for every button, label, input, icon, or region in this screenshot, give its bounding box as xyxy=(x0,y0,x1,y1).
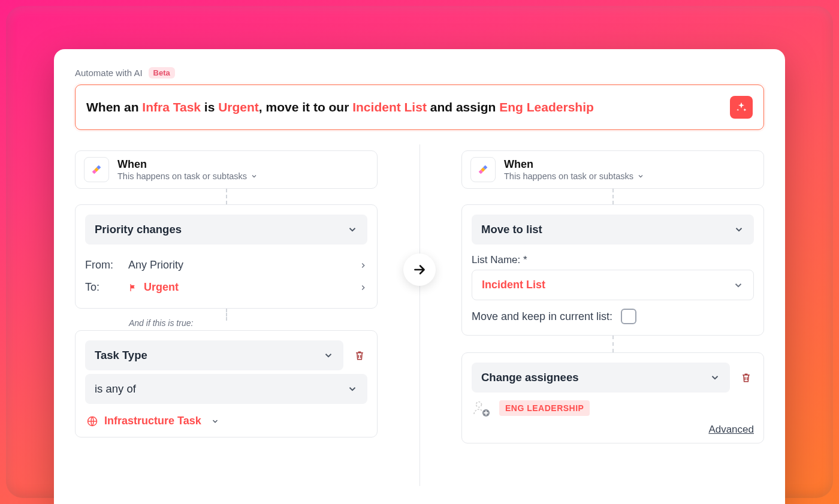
change-assignees-card: Change assignees xyxy=(461,352,764,443)
chevron-right-icon xyxy=(359,261,367,270)
svg-point-1 xyxy=(476,402,482,408)
add-assignee-button[interactable] xyxy=(472,399,491,418)
move-to-list-card: Move to list List Name: * Incident List … xyxy=(461,204,764,336)
chevron-down-icon xyxy=(734,224,744,235)
action-type-select[interactable]: Move to list xyxy=(472,215,754,245)
when-scope[interactable]: This happens on task or subtasks xyxy=(117,171,258,181)
clickup-logo-icon xyxy=(90,163,103,176)
people-plus-icon xyxy=(472,399,491,418)
ai-prompt-input[interactable]: When an Infra Task is Urgent, move it to… xyxy=(75,84,764,130)
condition-operator-select[interactable]: is any of xyxy=(85,374,367,404)
keep-in-list-label: Move and keep in current list: xyxy=(472,310,612,323)
assignee-team-pill[interactable]: ENG LEADERSHIP xyxy=(499,400,590,416)
list-name-select[interactable]: Incident List xyxy=(472,270,754,300)
header-title: Automate with AI xyxy=(75,68,143,78)
trigger-card: Priority changes From: Any Priority To: xyxy=(75,204,378,309)
connector xyxy=(461,336,764,352)
when-scope[interactable]: This happens on task or subtasks xyxy=(504,171,644,181)
header: Automate with AI Beta xyxy=(75,67,764,79)
chevron-down-icon xyxy=(733,280,744,291)
delete-action-button[interactable] xyxy=(738,370,754,385)
connector xyxy=(612,189,614,204)
priority-to-select[interactable]: To: Urgent xyxy=(85,276,367,298)
chevron-down-icon xyxy=(211,417,219,425)
ai-generate-button[interactable] xyxy=(730,96,753,119)
action-type-select[interactable]: Change assignees xyxy=(472,363,730,393)
globe-icon xyxy=(86,415,98,427)
chevron-down-icon xyxy=(347,224,358,235)
list-name-label: List Name: * xyxy=(472,254,754,266)
clickup-logo-icon xyxy=(476,163,490,176)
clickup-logo xyxy=(84,157,109,182)
automation-builder-window: Automate with AI Beta When an Infra Task… xyxy=(54,49,785,504)
when-title: When xyxy=(504,158,644,171)
chevron-down-icon xyxy=(710,372,720,383)
chevron-down-icon xyxy=(251,173,258,180)
advanced-link[interactable]: Advanced xyxy=(462,424,754,436)
ai-prompt-text: When an Infra Task is Urgent, move it to… xyxy=(86,98,594,116)
condition-card: Task Type is any of xyxy=(75,330,378,437)
when-title: When xyxy=(117,158,258,171)
keep-in-list-checkbox[interactable] xyxy=(621,309,636,324)
condition-intro: And if this is true: xyxy=(129,318,193,328)
beta-badge: Beta xyxy=(149,67,175,79)
condition-field-select[interactable]: Task Type xyxy=(85,340,343,370)
chevron-right-icon xyxy=(359,283,367,292)
connector xyxy=(226,189,227,204)
arrow-right-icon xyxy=(412,262,427,277)
trigger-scope-card[interactable]: When This happens on task or subtasks xyxy=(75,150,378,189)
chevron-down-icon xyxy=(347,384,358,394)
chevron-down-icon xyxy=(323,350,334,361)
priority-from-select[interactable]: From: Any Priority xyxy=(85,254,367,276)
trash-icon xyxy=(354,349,366,361)
delete-condition-button[interactable] xyxy=(352,348,367,363)
sparkle-icon xyxy=(735,101,747,113)
condition-value-select[interactable]: Infrastructure Task xyxy=(85,412,367,427)
action-scope-card[interactable]: When This happens on task or subtasks xyxy=(461,150,764,189)
flow-arrow xyxy=(403,253,436,286)
clickup-logo xyxy=(470,157,496,182)
trigger-type-select[interactable]: Priority changes xyxy=(85,215,367,245)
chevron-down-icon xyxy=(637,173,644,180)
flag-icon xyxy=(128,283,138,292)
trash-icon xyxy=(740,372,752,384)
